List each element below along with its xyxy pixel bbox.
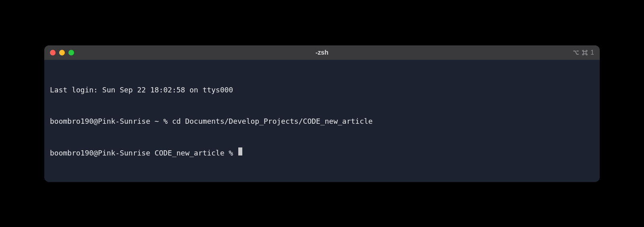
title-bar[interactable]: -zsh 1 [44, 45, 600, 60]
option-icon [573, 49, 579, 56]
terminal-output-line: boombro190@Pink-Sunrise ~ % cd Documents… [50, 116, 594, 127]
title-bar-right: 1 [573, 49, 594, 56]
terminal-output-line: Last login: Sun Sep 22 18:02:58 on ttys0… [50, 85, 594, 95]
cursor-icon [238, 147, 242, 155]
terminal-prompt-line: boombro190@Pink-Sunrise CODE_new_article… [50, 147, 594, 158]
terminal-body[interactable]: Last login: Sun Sep 22 18:02:58 on ttys0… [44, 60, 600, 182]
terminal-prompt: boombro190@Pink-Sunrise CODE_new_article… [50, 148, 237, 158]
minimize-button[interactable] [59, 50, 65, 55]
maximize-button[interactable] [68, 50, 74, 55]
close-button[interactable] [50, 50, 56, 55]
window-title: -zsh [316, 49, 328, 56]
terminal-window: -zsh 1 Last login: Sun Sep 22 18:02:58 o… [44, 45, 600, 182]
window-number: 1 [590, 49, 594, 56]
traffic-lights [50, 50, 74, 55]
command-icon [582, 49, 588, 56]
